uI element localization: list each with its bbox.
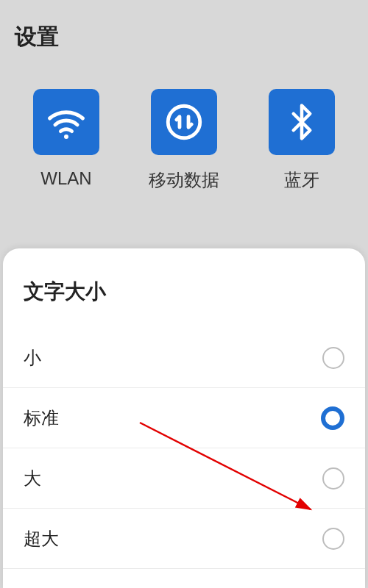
radio-icon [322, 347, 344, 369]
quick-tile-wlan[interactable]: WLAN [15, 89, 118, 192]
quick-tile-label: 蓝牙 [284, 168, 319, 192]
page-title: 设置 [15, 22, 353, 52]
svg-point-1 [168, 106, 200, 138]
radio-selected-icon [321, 406, 344, 430]
font-size-option-xxlarge[interactable]: 特大 [3, 569, 365, 588]
panel-title: 文字大小 [3, 248, 365, 328]
font-size-option-standard[interactable]: 标准 [3, 388, 365, 448]
font-size-option-large[interactable]: 大 [3, 448, 365, 509]
option-label: 小 [24, 346, 41, 370]
font-size-option-small[interactable]: 小 [3, 328, 365, 388]
option-label: 超大 [24, 527, 59, 551]
settings-header: 设置 [0, 0, 368, 67]
radio-icon [322, 467, 344, 490]
data-transfer-icon [151, 89, 217, 155]
wifi-icon [33, 89, 99, 155]
option-label: 大 [24, 467, 41, 490]
quick-tile-bluetooth[interactable]: 蓝牙 [250, 89, 353, 192]
radio-icon [322, 528, 344, 550]
quick-settings-row: WLAN 移动数据 蓝牙 [0, 67, 368, 207]
svg-point-0 [64, 135, 68, 139]
quick-tile-mobile-data[interactable]: 移动数据 [132, 89, 236, 192]
quick-tile-label: WLAN [40, 168, 91, 189]
font-size-panel: 文字大小 小 标准 大 超大 特大 [3, 248, 365, 588]
bluetooth-icon [269, 89, 335, 155]
quick-tile-label: 移动数据 [149, 168, 219, 192]
font-size-option-xlarge[interactable]: 超大 [3, 509, 365, 569]
option-label: 标准 [24, 406, 59, 430]
